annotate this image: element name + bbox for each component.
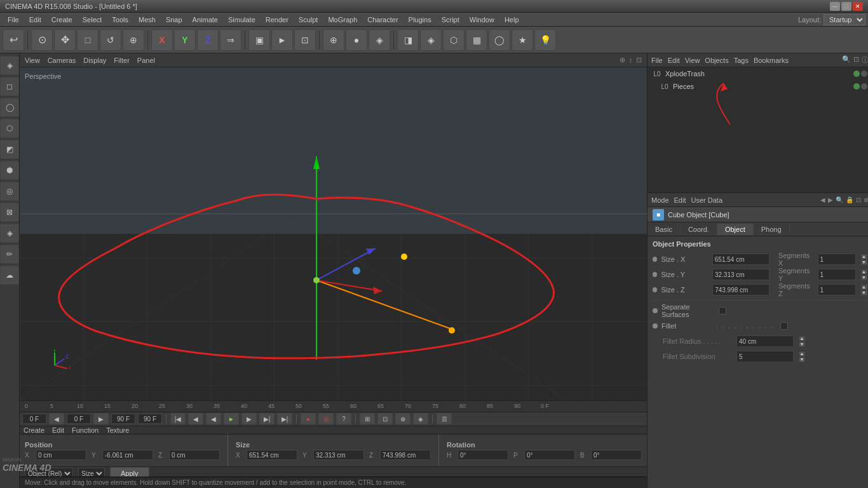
size-x-prop-input[interactable] [712, 254, 770, 265]
segments-x-input[interactable] [818, 254, 856, 265]
segments-z-input[interactable] [818, 284, 856, 295]
go-start-btn[interactable]: |◀ [170, 413, 186, 424]
menu-script[interactable]: Script [437, 15, 465, 25]
om-tags[interactable]: Tags [734, 57, 749, 64]
menu-animate[interactable]: Animate [187, 15, 223, 25]
undo-button[interactable]: ↩ [3, 29, 24, 51]
current-frame-input[interactable] [67, 414, 91, 424]
viewport-icon-1[interactable]: ⊕ [620, 56, 625, 64]
tab-basic[interactable]: Basic [648, 224, 681, 235]
frame-down-btn[interactable]: ◀ [49, 413, 64, 424]
render-settings-button[interactable]: ⊡ [294, 29, 316, 51]
viewport-icon-3[interactable]: ⊡ [636, 56, 642, 64]
vis-editor[interactable] [853, 71, 860, 77]
rot-b-input[interactable] [591, 450, 642, 460]
seg-x-down[interactable]: ▼ [861, 260, 867, 265]
sidebar-pen-btn[interactable]: ✏ [0, 245, 19, 264]
seg-z-down[interactable]: ▼ [861, 290, 867, 295]
render-button[interactable]: ► [271, 29, 293, 51]
next-btn[interactable]: ▶ [241, 413, 257, 424]
prev-btn[interactable]: ◀ [206, 413, 221, 424]
vis-render[interactable] [861, 71, 867, 77]
point-button[interactable]: ◈ [369, 29, 390, 51]
rot-p-input[interactable] [524, 450, 575, 460]
rot-h-input[interactable] [458, 450, 508, 460]
timeline-btn[interactable]: ⊞ [360, 413, 375, 424]
mode6-button[interactable]: ★ [512, 29, 533, 51]
prev-frame-btn[interactable]: ◀ [188, 413, 203, 424]
z-axis-button[interactable]: Z [197, 29, 219, 51]
close-button[interactable]: ✕ [853, 2, 863, 11]
seg-y-down[interactable]: ▼ [861, 275, 867, 280]
menu-simulate[interactable]: Simulate [223, 15, 261, 25]
next-frame-btn[interactable]: ▶| [259, 413, 275, 424]
sidebar-layer-btn[interactable]: ⊠ [0, 203, 19, 222]
autokey-btn[interactable]: ◎ [318, 413, 334, 424]
menu-help[interactable]: Help [499, 15, 524, 25]
seg-x-up[interactable]: ▲ [861, 254, 867, 259]
tab-phong[interactable]: Phong [754, 224, 790, 235]
am-lock-icon[interactable]: 🔒 [846, 196, 853, 203]
motion-btn[interactable]: ⊡ [377, 413, 393, 424]
om-bookmarks[interactable]: Bookmarks [754, 57, 789, 64]
sidebar-sculpt-btn[interactable]: ◯ [0, 98, 19, 117]
viewport-filter-menu[interactable]: Filter [114, 57, 129, 64]
mode1-button[interactable]: ◨ [397, 29, 419, 51]
viewport[interactable]: Perspective Z X Y [20, 67, 647, 400]
om-view[interactable]: View [685, 57, 700, 64]
viewport-icon-2[interactable]: ↕ [629, 56, 633, 64]
minimize-button[interactable]: — [830, 2, 840, 11]
menu-create[interactable]: Create [46, 15, 78, 25]
sidebar-motion-btn[interactable]: ⬡ [0, 119, 19, 138]
tab-function[interactable]: Function [72, 426, 98, 434]
sidebar-cloud-btn[interactable]: ☁ [0, 266, 19, 285]
om-info-icon[interactable]: ⓘ [862, 55, 868, 65]
menu-snap[interactable]: Snap [161, 15, 187, 25]
om-settings-icon[interactable]: ⊡ [853, 55, 859, 65]
lights-button[interactable]: 💡 [534, 29, 556, 51]
pos-y-input[interactable] [102, 450, 153, 460]
object-pieces[interactable]: L0 Pieces [648, 80, 868, 93]
viewport-display-menu[interactable]: Display [83, 57, 106, 64]
menu-window[interactable]: Window [465, 15, 499, 25]
menu-render[interactable]: Render [261, 15, 294, 25]
am-back-icon[interactable]: ◀ [820, 196, 825, 203]
om-search-icon[interactable]: 🔍 [842, 55, 851, 65]
fillet-s-up[interactable]: ▲ [799, 351, 805, 356]
layout-dropdown[interactable]: Startup [824, 14, 865, 25]
menu-character[interactable]: Character [362, 15, 403, 25]
schematic-btn[interactable]: ◈ [413, 413, 428, 424]
menu-mograph[interactable]: MoGraph [323, 15, 362, 25]
rotate-tool-button[interactable]: ↺ [100, 29, 121, 51]
frame-start-input[interactable] [22, 414, 46, 424]
seg-z-up[interactable]: ▲ [861, 285, 867, 290]
sidebar-mesh-btn[interactable]: ◻ [0, 77, 19, 96]
y-axis-button[interactable]: Y [174, 29, 196, 51]
fillet-checkbox[interactable] [780, 322, 788, 330]
render-region-button[interactable]: ▣ [248, 29, 270, 51]
record-btn[interactable]: ● [301, 413, 316, 424]
fillet-r-down[interactable]: ▼ [799, 342, 805, 347]
mode5-button[interactable]: ◯ [489, 29, 510, 51]
size-y-input[interactable] [313, 450, 364, 460]
polygon-button[interactable]: ⊕ [323, 29, 344, 51]
am-edit[interactable]: Edit [674, 196, 686, 204]
transform-button[interactable]: ⊕ [123, 29, 144, 51]
seg-y-up[interactable]: ▲ [861, 269, 867, 274]
menu-sculpt[interactable]: Sculpt [294, 15, 323, 25]
tab-coord[interactable]: Coord. [681, 224, 717, 235]
menu-edit[interactable]: Edit [24, 15, 46, 25]
edge-button[interactable]: ● [346, 29, 367, 51]
viewport-view-menu[interactable]: View [25, 57, 40, 64]
am-search-icon[interactable]: 🔍 [836, 196, 843, 203]
scale-tool-button[interactable]: □ [77, 29, 98, 51]
om-edit[interactable]: Edit [668, 57, 680, 64]
om-objects[interactable]: Objects [705, 57, 728, 64]
mode2-button[interactable]: ◈ [420, 29, 442, 51]
om-file[interactable]: File [651, 57, 663, 64]
go-end-btn[interactable]: ▶| [277, 413, 292, 424]
size-z-prop-input[interactable] [712, 284, 770, 295]
sidebar-paint-btn[interactable]: ◩ [0, 140, 19, 159]
move-tool-button[interactable]: ⊙ [31, 29, 53, 51]
am-forward-icon[interactable]: ▶ [828, 196, 833, 203]
